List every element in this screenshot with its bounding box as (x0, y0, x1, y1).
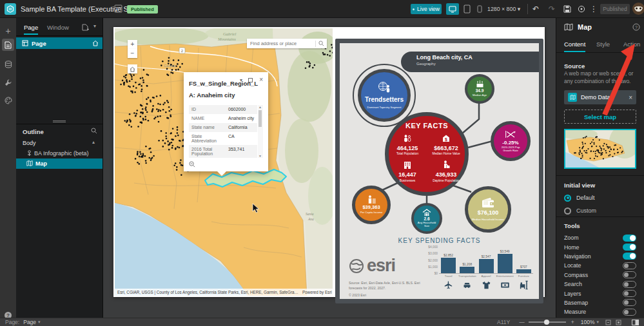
outline-label: Outline (23, 128, 44, 135)
page-selector-value[interactable]: Page (19, 319, 36, 325)
tab-style[interactable]: Style (596, 41, 610, 51)
tool-toggle-basemap[interactable] (623, 299, 636, 306)
tool-label: Zoom (564, 235, 579, 241)
zoom-in-control[interactable]: + (571, 319, 574, 325)
save-icon[interactable] (563, 5, 571, 13)
esri-logo-text: esri (367, 256, 395, 276)
a11y-label[interactable]: A11Y (497, 319, 510, 325)
popup-collapse-icon[interactable]: ▾ (240, 77, 242, 83)
spending-chart: $4,000$3,000$2,000$1,000$0 $2,852Travel$… (424, 247, 534, 298)
tab-action[interactable]: Action (623, 41, 640, 51)
tool-toggle-navigation[interactable] (623, 253, 636, 260)
undo-icon[interactable]: ↶ (532, 4, 539, 14)
tool-row-compass: Compass (556, 271, 644, 280)
toggle-knob (630, 235, 636, 241)
device-tablet-icon[interactable] (463, 5, 471, 14)
remove-data-icon[interactable]: × (629, 94, 632, 101)
tool-toggle-compass[interactable] (623, 271, 636, 278)
outline-search-icon[interactable] (91, 128, 97, 134)
source-description: A web map or web scene, or any combinati… (564, 70, 636, 86)
add-widget-icon[interactable]: + (2, 24, 14, 37)
page-menu-chevron-icon[interactable]: ▾ (93, 23, 96, 29)
tool-label: Home (564, 244, 579, 251)
zoom-slider[interactable] (529, 321, 566, 323)
tool-toggle-locate[interactable] (623, 262, 636, 269)
body-collapse-icon[interactable]: ▴ (92, 139, 95, 145)
redo-icon[interactable]: ↷ (549, 4, 555, 14)
scroll-down-icon[interactable]: ▼ (259, 154, 262, 158)
zoom-chevron-icon[interactable]: ▾ (596, 320, 599, 325)
radio-option-default[interactable]: Default (556, 191, 644, 204)
select-map-button[interactable]: Select map (564, 110, 636, 124)
tab-window[interactable]: Window (47, 24, 69, 34)
radio-icon[interactable] (564, 195, 571, 202)
zoom-level[interactable]: 100% (581, 319, 595, 325)
avatar[interactable] (632, 3, 644, 15)
outline-item-map[interactable]: Map (16, 158, 102, 169)
tool-toggle-layers[interactable] (623, 290, 636, 297)
infographic-widget[interactable]: Long Beach city, CA Geography Trendsette… (335, 39, 543, 303)
tab-content[interactable]: Content (564, 41, 585, 52)
page-selector-chevron-icon[interactable]: ▾ (36, 320, 41, 325)
tool-toggle-measure[interactable] (623, 309, 636, 316)
panel-help-icon[interactable]: ? (632, 23, 640, 31)
page-tree-item[interactable]: Page (16, 37, 102, 49)
map-thumbnail[interactable] (564, 129, 636, 169)
per-capita-label: Per Capita Income (358, 211, 384, 215)
scroll-up-icon[interactable]: ▲ (259, 105, 262, 109)
history-icon[interactable] (578, 5, 585, 13)
attribution-text: Esri, CGIAR, USGS | County of Los Angele… (117, 290, 298, 294)
resolution-select[interactable]: 1280 × 800 ▾ (487, 6, 520, 12)
search-icon[interactable] (316, 41, 327, 46)
map-widget[interactable]: 2 Gabriel Mountains Canada Santa Ana + − (115, 28, 333, 296)
popup-dock-icon[interactable] (248, 78, 253, 82)
tool-toggle-home[interactable] (623, 244, 636, 251)
popup-zoom-to-icon[interactable] (189, 161, 263, 168)
outline-item-infographic[interactable]: BA Infographic (beta) (16, 148, 102, 158)
tab-page[interactable]: Page (24, 24, 38, 35)
outline-body-row[interactable]: Body ▴ (16, 138, 102, 148)
theme-panel-icon[interactable] (2, 94, 14, 106)
bar-value-label: $2,547 (482, 255, 491, 258)
tool-label: Compass (564, 272, 588, 278)
tools-panel-icon[interactable] (2, 76, 14, 88)
panel-splitter[interactable] (53, 120, 66, 122)
tools-list: ZoomHomeNavigationLocateCompassSearchLay… (556, 233, 644, 326)
add-page-icon[interactable] (82, 24, 89, 31)
fit-width-icon[interactable] (605, 320, 611, 325)
data-panel-icon[interactable] (2, 58, 14, 70)
median-age-circle: 34.9 Median Age (465, 74, 494, 104)
device-phone-icon[interactable] (477, 5, 482, 13)
device-desktop-icon[interactable] (446, 3, 459, 15)
live-view-button[interactable]: Live view (411, 4, 442, 14)
search-input[interactable] (247, 41, 315, 46)
popup-close-icon[interactable]: × (259, 76, 263, 83)
map-zoom-out-button[interactable]: − (128, 49, 137, 58)
tool-toggle-zoom[interactable] (623, 235, 636, 242)
map-home-button[interactable] (128, 64, 137, 73)
window-switch-icon[interactable] (114, 5, 122, 13)
radio-option-custom[interactable]: Custom (556, 204, 644, 217)
toggle-knob (630, 244, 636, 250)
popup-row-value: 0602000 (226, 105, 257, 114)
fit-page-icon[interactable] (616, 320, 621, 325)
popup-row: 2016 Total Population353,741 (189, 145, 257, 158)
chart-column-travel: $2,852Travel (439, 247, 458, 290)
toggle-knob (624, 300, 629, 305)
map-zoom-in-button[interactable]: + (128, 40, 137, 49)
bar-wrap: $2,852 (441, 247, 456, 273)
zoom-slider-handle[interactable] (544, 320, 549, 325)
toggle-right-panel-icon[interactable] (632, 320, 639, 325)
demo-data-pill[interactable]: Demo Data × (564, 90, 636, 104)
scrollbar-thumb[interactable] (259, 110, 262, 127)
map-search-box[interactable] (247, 39, 327, 48)
app-logo[interactable] (5, 3, 16, 15)
page-panel-icon[interactable] (2, 39, 14, 51)
home-page-icon[interactable] (92, 40, 99, 46)
tool-toggle-search[interactable] (623, 281, 636, 288)
publish-button[interactable]: Published (600, 4, 630, 14)
more-menu-icon[interactable]: ⋮ (590, 4, 598, 14)
zoom-out-control[interactable]: — (519, 319, 525, 325)
popup-scrollbar[interactable]: ▲ ▼ (258, 105, 263, 158)
radio-icon[interactable] (564, 207, 571, 215)
